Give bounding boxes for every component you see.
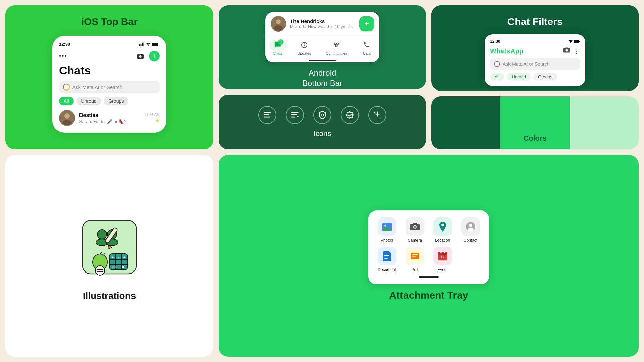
chat-filters-title: Chat Filters [507, 16, 562, 27]
chat-edit-svg [290, 110, 300, 120]
ios-chat-info: Besties Sarah: For tn: 🎤 or 👠? [79, 112, 140, 124]
android-nav-communities[interactable]: Communities [326, 40, 347, 55]
svg-rect-64 [384, 258, 388, 259]
ios-action-icons: + [135, 51, 160, 61]
svg-point-18 [336, 45, 338, 47]
attachment-panel: Photos Camera [368, 210, 489, 284]
illustrations-card: + + + ✕ Illustrations [5, 155, 213, 357]
filters-all-pill[interactable]: All [490, 73, 504, 81]
photos-icon [382, 221, 392, 232]
svg-point-61 [468, 228, 474, 232]
event-icon-bg: 12 [433, 247, 452, 265]
col2-row1-container: The Hendricks Mom: 🖥 How was this 10 yrs… [219, 5, 426, 149]
filters-status-bar: 12:30 [490, 39, 580, 44]
svg-rect-65 [411, 253, 419, 259]
filters-meta-ai-icon [494, 61, 500, 67]
attachment-tray-card: Photos Camera [219, 155, 639, 357]
ios-chat-time: 11:26 AM [144, 113, 160, 117]
filter-groups-pill[interactable]: Groups [104, 97, 128, 105]
filter-all-pill[interactable]: All [59, 97, 74, 105]
verified-svg [345, 110, 355, 120]
att-camera[interactable]: Camera [403, 217, 427, 243]
poll-icon-bg [406, 247, 424, 265]
meta-ai-icon [63, 84, 70, 90]
attachment-grid-row2: Document Poll [375, 247, 482, 272]
android-card-title: AndroidBottom Bar [302, 68, 342, 88]
android-nav-calls-label: Calls [363, 51, 371, 55]
svg-rect-66 [412, 254, 418, 255]
ios-top-actions: ••• + [59, 51, 160, 61]
verified-icon [341, 106, 359, 124]
android-nav-updates-label: Updates [298, 51, 311, 55]
ios-card-title: iOS Top Bar [81, 16, 138, 27]
svg-point-48 [95, 266, 105, 275]
icons-card: Icons [219, 95, 426, 149]
ios-chat-item[interactable]: Besties Sarah: For tn: 🎤 or 👠? 11:26 AM … [59, 110, 160, 126]
att-photos[interactable]: Photos [375, 217, 399, 243]
att-event[interactable]: 12 Event [431, 247, 454, 272]
android-chat-name: The Hendricks [290, 18, 355, 24]
filters-unread-pill[interactable]: Unread [507, 73, 531, 81]
ios-chat-avatar [59, 110, 75, 126]
filters-search-bar[interactable]: Ask Meta AI or Search [490, 58, 580, 70]
android-nav-calls[interactable]: Calls [362, 40, 372, 55]
android-bottom-nav: 9 Chats Updates [265, 36, 379, 58]
filters-battery-icon [574, 40, 580, 43]
filters-status-icons [568, 39, 580, 44]
android-chat-info: The Hendricks Mom: 🖥 How was this 10 yrs… [290, 18, 355, 29]
android-nav-chats[interactable]: 9 Chats [273, 40, 283, 55]
ios-menu-dots[interactable]: ••• [59, 53, 67, 60]
col3-row1-container: Chat Filters 12:30 WhatsApp [431, 5, 639, 149]
poll-icon [410, 251, 420, 261]
filters-groups-pill[interactable]: Groups [533, 73, 557, 81]
svg-point-31 [566, 49, 568, 52]
svg-rect-4 [152, 43, 158, 46]
att-photos-label: Photos [381, 238, 393, 243]
svg-text:+: + [123, 256, 125, 259]
filters-time: 12:30 [490, 39, 500, 44]
contact-icon [466, 222, 476, 232]
svg-point-71 [440, 252, 442, 253]
android-nav-updates[interactable]: Updates [298, 40, 311, 55]
signal-icon [139, 42, 144, 46]
svg-point-11 [276, 19, 281, 24]
svg-rect-30 [579, 41, 580, 42]
svg-rect-29 [574, 40, 579, 43]
svg-rect-25 [291, 114, 297, 115]
sparkle-icon [368, 106, 386, 124]
location-icon-bg [433, 217, 452, 236]
svg-point-33 [97, 230, 107, 239]
att-document-label: Document [378, 267, 396, 272]
att-document[interactable]: Document [375, 247, 399, 272]
filters-camera-icon [563, 47, 570, 53]
att-contact[interactable]: Contact [459, 217, 482, 243]
android-bottom-bar-card: The Hendricks Mom: 🖥 How was this 10 yrs… [219, 5, 426, 89]
svg-point-9 [62, 120, 72, 125]
photos-icon-bg [378, 217, 396, 236]
attachment-card-title: Attachment Tray [389, 290, 468, 301]
svg-point-72 [444, 252, 445, 253]
updates-icon [301, 41, 308, 49]
android-nav-chats-icon: 9 [273, 40, 283, 50]
filters-app-name: WhatsApp [490, 47, 523, 55]
android-nav-updates-icon [299, 40, 309, 50]
android-new-chat-button[interactable]: + [359, 16, 374, 31]
svg-rect-63 [384, 257, 388, 257]
android-chat-item[interactable]: The Hendricks Mom: 🖥 How was this 10 yrs… [265, 12, 379, 36]
svg-rect-55 [382, 228, 392, 231]
att-poll[interactable]: Poll [403, 247, 427, 272]
svg-point-57 [414, 226, 416, 228]
filters-wifi-icon [568, 40, 573, 43]
filter-unread-pill[interactable]: Unread [76, 97, 101, 105]
ios-search-bar[interactable]: Ask Meta AI or Search [59, 81, 160, 93]
ios-camera-button[interactable] [135, 51, 146, 61]
filters-more-icon[interactable]: ⋮ [573, 47, 580, 55]
android-avatar [271, 16, 286, 32]
ios-status-icons [139, 42, 160, 46]
att-location[interactable]: Location [431, 217, 454, 243]
svg-rect-67 [412, 256, 416, 257]
android-home-indicator [309, 60, 336, 61]
svg-text:+: + [118, 256, 119, 259]
sparkle-svg [373, 110, 382, 120]
ios-compose-button[interactable]: + [149, 51, 160, 61]
